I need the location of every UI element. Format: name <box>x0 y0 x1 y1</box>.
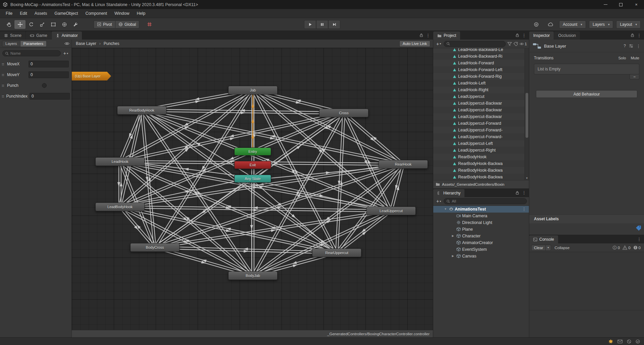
collapse-toggle[interactable]: Collapse <box>553 246 572 250</box>
panel-menu-icon[interactable]: ⋮ <box>637 237 641 241</box>
mail-status-icon[interactable] <box>617 340 623 343</box>
sync-status-icon[interactable] <box>636 339 640 344</box>
project-item[interactable]: LeadUppercut-Backwar <box>433 113 529 120</box>
scroll-down-icon[interactable]: ▾ <box>525 176 529 180</box>
menu-assets[interactable]: Assets <box>31 9 51 18</box>
layers-dropdown[interactable]: Layers▾ <box>589 20 613 28</box>
label-tag-icon[interactable] <box>636 225 641 231</box>
drag-handle-icon[interactable]: = <box>2 83 5 88</box>
minimize-button[interactable] <box>598 0 613 9</box>
hierarchy-item-eventsystem[interactable]: EventSystem <box>433 246 529 253</box>
project-scrollbar[interactable]: ▾ <box>525 48 529 180</box>
parameter-row-movex[interactable]: =MoveX0 <box>0 59 71 69</box>
project-item[interactable]: LeadHook-Forward-Rig <box>433 73 529 80</box>
maximize-button[interactable] <box>613 0 629 9</box>
project-item[interactable]: LeadUppercut-Backwar <box>433 100 529 107</box>
hierarchy-item-character[interactable]: ▶Character <box>433 233 529 239</box>
trigger-toggle[interactable] <box>42 83 47 88</box>
state-node-leadbodyhook[interactable]: LeadBodyHook <box>95 203 145 211</box>
state-node-cross[interactable]: Cross <box>319 109 368 117</box>
panel-menu-icon[interactable]: ⋮ <box>637 33 641 38</box>
project-item[interactable]: LeadHook-Backward-Le <box>433 48 529 53</box>
create-asset-button[interactable]: +▾ <box>435 41 442 47</box>
search-by-label-icon[interactable] <box>513 42 518 46</box>
project-item[interactable]: LeadUppercut-Forward <box>433 120 529 127</box>
breadcrumb-base-layer[interactable]: Base Layer <box>76 41 96 46</box>
state-node-rearbodyhook[interactable]: RearBodyHook <box>117 106 166 115</box>
lock-icon[interactable] <box>515 33 519 37</box>
project-item[interactable]: LeadHook-Forward-Left <box>433 66 529 73</box>
rotate-tool-button[interactable] <box>26 20 37 29</box>
close-button[interactable]: × <box>629 0 644 9</box>
menu-gameobject[interactable]: GameObject <box>51 9 82 18</box>
tab-game[interactable]: Game <box>26 32 51 40</box>
tab-console[interactable]: Console <box>529 235 558 243</box>
clear-button[interactable]: Clear ▾ <box>531 245 551 251</box>
parameters-search-input[interactable]: Name <box>2 50 61 56</box>
watch-toggle[interactable] <box>64 42 69 46</box>
transform-tool-button[interactable] <box>59 20 70 29</box>
parameter-row-punchindex[interactable]: =PunchIndex0 <box>0 91 71 102</box>
animator-graph-canvas[interactable]: JabRearBodyHookCrossLeadHookEntryExitAny… <box>72 48 433 337</box>
panel-menu-icon[interactable]: ⋮ <box>522 33 526 38</box>
parent-layer-node[interactable]: (Up) Base Layer <box>72 72 111 80</box>
project-item[interactable]: LeadUppercut-Left <box>433 140 529 147</box>
hierarchy-item-animationstest[interactable]: ▼AnimationsTest⋮ <box>433 206 529 213</box>
expand-icon[interactable]: ▶ <box>451 234 455 237</box>
project-item[interactable]: LeadHook-Right <box>433 87 529 93</box>
hierarchy-item-directional-light[interactable]: Directional Light <box>433 219 529 226</box>
activity-status-icon[interactable] <box>608 339 613 344</box>
custom-tool-button[interactable] <box>70 20 81 29</box>
hierarchy-search-input[interactable]: All <box>444 198 527 204</box>
tab-animator[interactable]: Animator <box>52 32 82 40</box>
state-node-jab[interactable]: Jab <box>228 86 278 95</box>
parameters-tab-button[interactable]: Parameters <box>20 41 47 47</box>
parameter-row-punch[interactable]: =Punch <box>0 80 71 91</box>
state-node-bodyjab[interactable]: BodyJab <box>228 271 278 280</box>
drag-handle-icon[interactable]: = <box>2 72 5 77</box>
parameter-value-field[interactable]: 0 <box>29 71 69 78</box>
project-path-bar[interactable]: Assets/_GeneratedControllers/Boxin <box>433 180 529 188</box>
console-splitter[interactable] <box>529 310 644 310</box>
collapse-icon[interactable]: ▼ <box>443 208 448 211</box>
remove-transition-button[interactable]: − <box>630 74 639 79</box>
chevron-down-icon[interactable]: ▾ <box>545 245 550 250</box>
tab-hierarchy[interactable]: Hierarchy <box>433 189 464 197</box>
parameter-value-field[interactable]: 0 <box>29 61 69 67</box>
pivot-toggle[interactable]: Pivot <box>94 20 115 28</box>
breadcrumb-punches[interactable]: Punches <box>104 41 119 46</box>
project-item[interactable]: RearBodyHook-Backwa <box>433 174 529 180</box>
tab-inspector[interactable]: Inspector <box>529 32 554 40</box>
project-item[interactable]: LeadHook-Left <box>433 80 529 87</box>
search-by-type-icon[interactable] <box>507 42 512 46</box>
account-dropdown[interactable]: Account▾ <box>559 20 586 28</box>
project-item[interactable]: LeadUppercut-Forward- <box>433 127 529 133</box>
tab-project[interactable]: Project <box>433 32 460 40</box>
state-node-leaduppercut[interactable]: LeadUppercut <box>366 207 416 215</box>
state-node-exit[interactable]: Exit <box>234 161 271 169</box>
project-search-input[interactable] <box>444 41 505 47</box>
parameter-value-field[interactable]: 0 <box>30 93 70 100</box>
search-everything-button[interactable] <box>531 20 542 29</box>
menu-file[interactable]: File <box>2 9 16 18</box>
auto-live-link-button[interactable]: Auto Live Link <box>399 41 430 47</box>
panel-menu-icon[interactable]: ⋮ <box>426 33 430 38</box>
project-item[interactable]: LeadUppercut <box>433 93 529 100</box>
help-icon[interactable]: ? <box>624 44 626 48</box>
menu-help[interactable]: Help <box>133 9 149 18</box>
drag-handle-icon[interactable]: = <box>2 94 4 99</box>
menu-window[interactable]: Window <box>111 9 133 18</box>
layout-dropdown[interactable]: Layout▾ <box>616 20 641 28</box>
hidden-packages-toggle[interactable]: 1 <box>519 42 527 46</box>
hand-tool-button[interactable] <box>3 20 14 29</box>
menu-component[interactable]: Component <box>82 9 111 18</box>
global-toggle[interactable]: Global <box>115 20 140 28</box>
add-behaviour-button[interactable]: Add Behaviour <box>536 90 637 98</box>
grid-snap-button[interactable] <box>144 20 155 29</box>
project-item[interactable]: RearBodyHook <box>433 154 529 160</box>
menu-edit[interactable]: Edit <box>16 9 31 18</box>
hierarchy-item-animatorcreator[interactable]: AnimatorCreator <box>433 239 529 246</box>
item-menu-icon[interactable]: ⋮ <box>522 207 529 211</box>
project-item[interactable]: RearBodyHook-Backwa <box>433 167 529 174</box>
hierarchy-item-canvas[interactable]: ▶Canvas <box>433 253 529 260</box>
